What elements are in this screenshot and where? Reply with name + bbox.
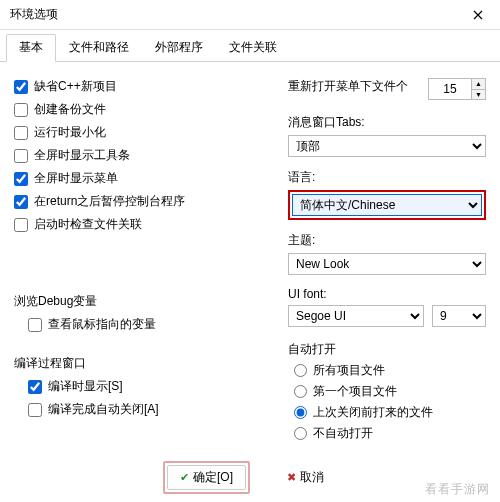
- content-area: 缺省C++新项目 创建备份文件 运行时最小化 全屏时显示工具条 全屏时显示菜单 …: [0, 62, 500, 454]
- check-fullscreen-menu[interactable]: 全屏时显示菜单: [14, 170, 264, 187]
- checkbox-label: 创建备份文件: [34, 101, 106, 118]
- ok-highlight: ✔ 确定[O]: [163, 461, 250, 494]
- language-label: 语言:: [288, 169, 486, 186]
- language-highlight: 简体中文/Chinese: [288, 190, 486, 220]
- titlebar: 环境选项: [0, 0, 500, 30]
- radio-last-closed[interactable]: 上次关闭前打来的文件: [294, 404, 486, 421]
- check-default-cpp-project[interactable]: 缺省C++新项目: [14, 78, 264, 95]
- checkbox[interactable]: [14, 149, 28, 163]
- radio-first-file[interactable]: 第一个项目文件: [294, 383, 486, 400]
- checkbox-label: 启动时检查文件关联: [34, 216, 142, 233]
- radio-label: 上次关闭前打来的文件: [313, 404, 433, 421]
- checkbox-label: 缺省C++新项目: [34, 78, 117, 95]
- radio-all-files[interactable]: 所有项目文件: [294, 362, 486, 379]
- tab-file-assoc[interactable]: 文件关联: [216, 34, 290, 62]
- language-select[interactable]: 简体中文/Chinese: [292, 194, 482, 216]
- checkbox[interactable]: [14, 103, 28, 117]
- auto-open-label: 自动打开: [288, 341, 486, 358]
- checkbox[interactable]: [28, 403, 42, 417]
- right-column: 重新打开菜单下文件个 ▲ ▼ 消息窗口Tabs: 顶部 语言: 简体中文/Chi…: [288, 78, 486, 446]
- spinner-buttons: ▲ ▼: [471, 79, 485, 99]
- reopen-spinner[interactable]: ▲ ▼: [428, 78, 486, 100]
- radio-label: 所有项目文件: [313, 362, 385, 379]
- radio[interactable]: [294, 385, 307, 398]
- uifont-label: UI font:: [288, 287, 486, 301]
- check-hover-var[interactable]: 查看鼠标指向的变量: [28, 316, 264, 333]
- checkbox[interactable]: [14, 218, 28, 232]
- tab-external-programs[interactable]: 外部程序: [142, 34, 216, 62]
- tab-basic[interactable]: 基本: [6, 34, 56, 62]
- msg-tabs-select[interactable]: 顶部: [288, 135, 486, 157]
- ok-button[interactable]: ✔ 确定[O]: [167, 465, 246, 490]
- radio[interactable]: [294, 427, 307, 440]
- check-pause-after-return[interactable]: 在return之后暂停控制台程序: [14, 193, 264, 210]
- left-column: 缺省C++新项目 创建备份文件 运行时最小化 全屏时显示工具条 全屏时显示菜单 …: [14, 78, 264, 446]
- check-startup-file-assoc[interactable]: 启动时检查文件关联: [14, 216, 264, 233]
- button-label: 取消: [300, 469, 324, 486]
- uifont-select[interactable]: Segoe UI: [288, 305, 424, 327]
- check-create-backup[interactable]: 创建备份文件: [14, 101, 264, 118]
- check-fullscreen-toolbar[interactable]: 全屏时显示工具条: [14, 147, 264, 164]
- window-title: 环境选项: [10, 6, 58, 23]
- checkbox[interactable]: [28, 380, 42, 394]
- checkbox-label: 编译完成自动关闭[A]: [48, 401, 159, 418]
- group-debug-vars: 浏览Debug变量: [14, 293, 264, 310]
- cancel-button[interactable]: ✖ 取消: [274, 465, 337, 490]
- watermark: 看看手游网: [425, 481, 490, 498]
- tab-label: 外部程序: [155, 40, 203, 54]
- reopen-label: 重新打开菜单下文件个: [288, 78, 420, 95]
- checkbox-label: 全屏时显示工具条: [34, 147, 130, 164]
- reopen-input[interactable]: [429, 79, 471, 99]
- checkbox-label: 运行时最小化: [34, 124, 106, 141]
- checkbox[interactable]: [14, 80, 28, 94]
- tab-label: 基本: [19, 40, 43, 54]
- close-button[interactable]: [456, 0, 500, 30]
- auto-open-group: 所有项目文件 第一个项目文件 上次关闭前打来的文件 不自动打开: [294, 362, 486, 442]
- x-icon: ✖: [287, 471, 296, 484]
- radio[interactable]: [294, 406, 307, 419]
- tab-label: 文件和路径: [69, 40, 129, 54]
- checkbox-label: 在return之后暂停控制台程序: [34, 193, 185, 210]
- radio-no-auto[interactable]: 不自动打开: [294, 425, 486, 442]
- button-label: 确定[O]: [193, 469, 233, 486]
- radio-label: 第一个项目文件: [313, 383, 397, 400]
- checkbox-label: 查看鼠标指向的变量: [48, 316, 156, 333]
- tab-files-paths[interactable]: 文件和路径: [56, 34, 142, 62]
- tab-bar: 基本 文件和路径 外部程序 文件关联: [0, 32, 500, 62]
- check-show-on-compile[interactable]: 编译时显示[S]: [28, 378, 264, 395]
- check-minimize-on-run[interactable]: 运行时最小化: [14, 124, 264, 141]
- checkbox[interactable]: [14, 172, 28, 186]
- checkbox-label: 编译时显示[S]: [48, 378, 123, 395]
- group-compile-window: 编译过程窗口: [14, 355, 264, 372]
- checkbox[interactable]: [14, 195, 28, 209]
- radio[interactable]: [294, 364, 307, 377]
- theme-label: 主题:: [288, 232, 486, 249]
- radio-label: 不自动打开: [313, 425, 373, 442]
- spin-down-icon[interactable]: ▼: [472, 90, 485, 100]
- uifont-size-select[interactable]: 9: [432, 305, 486, 327]
- spin-up-icon[interactable]: ▲: [472, 79, 485, 90]
- theme-select[interactable]: New Look: [288, 253, 486, 275]
- checkbox[interactable]: [28, 318, 42, 332]
- checkbox-label: 全屏时显示菜单: [34, 170, 118, 187]
- close-icon: [473, 10, 483, 20]
- checkbox[interactable]: [14, 126, 28, 140]
- tab-label: 文件关联: [229, 40, 277, 54]
- check-autoclose-compile[interactable]: 编译完成自动关闭[A]: [28, 401, 264, 418]
- msg-tabs-label: 消息窗口Tabs:: [288, 114, 486, 131]
- check-icon: ✔: [180, 471, 189, 484]
